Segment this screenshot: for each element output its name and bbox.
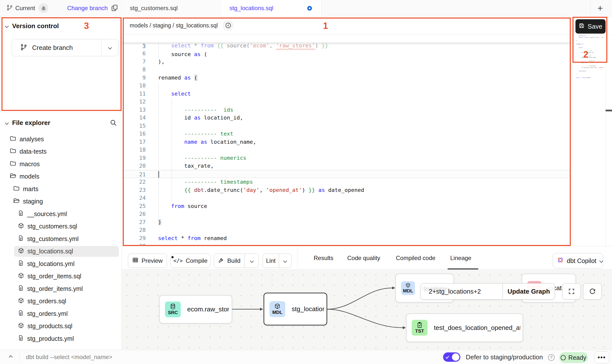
code-line-26[interactable]: 26 — [122, 210, 571, 218]
file-name: staging — [23, 198, 43, 205]
code-line-19[interactable]: 19 ---------- numerics — [122, 154, 571, 162]
new-tab-button[interactable]: + — [594, 3, 607, 13]
help-icon[interactable]: ? — [548, 354, 555, 361]
file-name: analyses — [20, 136, 44, 143]
code-editor[interactable]: 5 select * from {{ source('ecom', 'raw_s… — [122, 35, 571, 246]
breadcrumb: models / staging / stg_locations.sql — [130, 22, 218, 29]
search-icon[interactable] — [109, 119, 117, 127]
file-tree-item-data-tests[interactable]: data-tests — [0, 145, 122, 158]
git-branch-icon — [6, 4, 13, 12]
minimap-line: {{ dbt.date_trunc('day', 'opened_at') }}… — [576, 67, 603, 69]
version-control-header[interactable]: Version control — [0, 20, 122, 32]
create-branch-dropdown[interactable] — [102, 39, 118, 56]
build-dropdown[interactable] — [245, 254, 259, 268]
file-tree-item-macros[interactable]: macros — [0, 158, 122, 170]
file-tree-item-stg-products-sql[interactable]: stg_products.sql — [0, 320, 122, 333]
file-tree-item-staging[interactable]: staging — [0, 195, 122, 208]
collapse-panel-icon[interactable] — [6, 353, 15, 361]
tab-results[interactable]: Results — [314, 246, 333, 270]
tab-code-quality[interactable]: Code quality — [347, 246, 380, 270]
file-tree-item-stg-locations-yml[interactable]: stg_locations.yml — [0, 258, 122, 270]
command-input[interactable]: dbt build --select <model_name> — [26, 350, 112, 364]
status-badge[interactable]: Ready — [559, 352, 588, 363]
more-options-button[interactable]: ••• — [594, 351, 609, 363]
code-token: * — [191, 42, 201, 49]
file-tree-item-stg-order-items-sql[interactable]: stg_order_items.sql — [0, 270, 122, 283]
update-graph-button[interactable]: Update Graph — [503, 283, 555, 299]
code-line-17[interactable]: 17 name as location_name, — [122, 138, 571, 146]
dbt-copilot-icon — [557, 257, 564, 265]
file-tree-item-stg-customers-sql[interactable]: stg_customers.sql — [0, 220, 122, 233]
code-line-12[interactable]: 12 — [122, 98, 571, 106]
copy-icon[interactable] — [111, 4, 119, 13]
code-line-13[interactable]: 13 ---------- ids — [122, 106, 571, 114]
lint-button[interactable]: Lint — [263, 254, 291, 268]
code-line-9[interactable]: 9renamed as ( — [122, 74, 571, 82]
file-tree-item-stg-order-items-yml[interactable]: stg_order_items.yml — [0, 283, 122, 295]
tab-lineage[interactable]: Lineage — [450, 246, 471, 270]
file-tree-item-stg-orders-yml[interactable]: stg_orders.yml — [0, 307, 122, 320]
code-line-10[interactable]: 10 — [122, 81, 571, 90]
lineage-node-src[interactable]: SRCecom.raw_stores — [159, 295, 232, 324]
file-tree-item-stg-locations-sql[interactable]: stg_locations.sql — [0, 245, 122, 258]
code-line-18[interactable]: 18 — [122, 146, 571, 154]
fullscreen-button[interactable] — [562, 283, 581, 300]
code-line-7[interactable]: 7), — [122, 58, 571, 66]
file-tree-item-stg-customers-yml[interactable]: stg_customers.yml — [0, 233, 122, 245]
lineage-selector-input[interactable]: locations 2+stg_locations+2 — [421, 283, 503, 299]
code-line-23[interactable]: 23 {{ dbt.date_trunc('day', 'opened_at')… — [122, 186, 571, 194]
code-line-5[interactable]: 5 select * from {{ source('ecom', 'raw_s… — [122, 42, 571, 50]
file-tree-item-marts[interactable]: marts — [0, 183, 122, 195]
panel-resize-handle[interactable] — [606, 110, 612, 111]
code-line-24[interactable]: 24 — [122, 194, 571, 202]
minimap-line — [576, 79, 603, 81]
file-tree-item-models[interactable]: models — [0, 170, 122, 183]
file-tree-item-stg-products-yml[interactable]: stg_products.yml — [0, 332, 122, 345]
lineage-canvas[interactable]: SRCecom.raw_storesMDLstg_locationsMDLloc… — [122, 270, 612, 350]
create-branch-button[interactable]: Create branch — [12, 39, 119, 56]
code-token: renamed — [201, 235, 227, 241]
code-line-29[interactable]: 29select * from renamed — [122, 234, 571, 242]
refresh-button[interactable] — [583, 283, 602, 300]
file-explorer-header[interactable]: File explorer — [0, 117, 122, 129]
code-text: tax_rate, — [158, 162, 214, 170]
code-line-16[interactable]: 16 ---------- text — [122, 130, 571, 138]
code-line-22[interactable]: 22 ---------- timestamps — [122, 178, 571, 186]
tab-stg-customers-sql[interactable]: stg_customers.sql — [122, 0, 222, 16]
minimap[interactable]: source as ( select * from {{ source('eco… — [576, 35, 603, 83]
minimap-line: renamed as ( — [576, 43, 603, 45]
code-text: {{ dbt.date_trunc('day', 'opened_at') }}… — [158, 186, 364, 194]
code-line-11[interactable]: 11 select — [122, 90, 571, 98]
code-line-27[interactable]: 27) — [122, 218, 571, 226]
code-line-8[interactable]: 8 — [122, 65, 571, 74]
tab-compiled-code[interactable]: Compiled code — [396, 246, 435, 270]
code-line-15[interactable]: 15 — [122, 122, 571, 130]
code-line-14[interactable]: 14 id as location_id, — [122, 114, 571, 122]
code-token: select — [158, 42, 191, 49]
dbt-copilot-label: dbt Copilot — [567, 257, 596, 264]
lineage-node-mdl[interactable]: MDLstg_locations — [264, 293, 327, 325]
file-tree-item-analyses[interactable]: analyses — [0, 133, 122, 145]
defer-toggle[interactable] — [443, 352, 460, 362]
file-tree-item-stg-orders-sql[interactable]: stg_orders.sql — [0, 295, 122, 308]
code-line-30[interactable]: 30 — [122, 242, 571, 246]
save-button[interactable]: Save — [575, 19, 606, 34]
preview-button[interactable]: Preview — [128, 254, 167, 268]
build-button[interactable]: Build — [214, 254, 259, 268]
code-token: ), — [158, 59, 165, 65]
lint-dropdown[interactable] — [279, 254, 291, 268]
code-line-20[interactable]: 20 tax_rate, — [122, 162, 571, 170]
open-docs-icon[interactable] — [223, 20, 234, 31]
minimap-line — [576, 69, 603, 70]
code-line-28[interactable]: 28 — [122, 226, 571, 234]
change-branch-link[interactable]: Change branch — [67, 0, 108, 16]
compile-button[interactable]: </> Compile — [170, 254, 210, 268]
code-line-21[interactable]: 21 — [122, 170, 571, 178]
model-icon — [18, 222, 24, 230]
lineage-node-tst[interactable]: TSTtest_does_location_opened_at_trunc_t.… — [406, 313, 523, 342]
tab-stg-locations-sql[interactable]: stg_locations.sql — [222, 0, 321, 16]
minimap-line: from source — [576, 70, 603, 72]
code-line-25[interactable]: 25 from source — [122, 202, 571, 210]
file-tree-item--sources-yml[interactable]: __sources.yml — [0, 208, 122, 220]
dbt-copilot-button[interactable]: dbt Copilot — [553, 253, 603, 268]
